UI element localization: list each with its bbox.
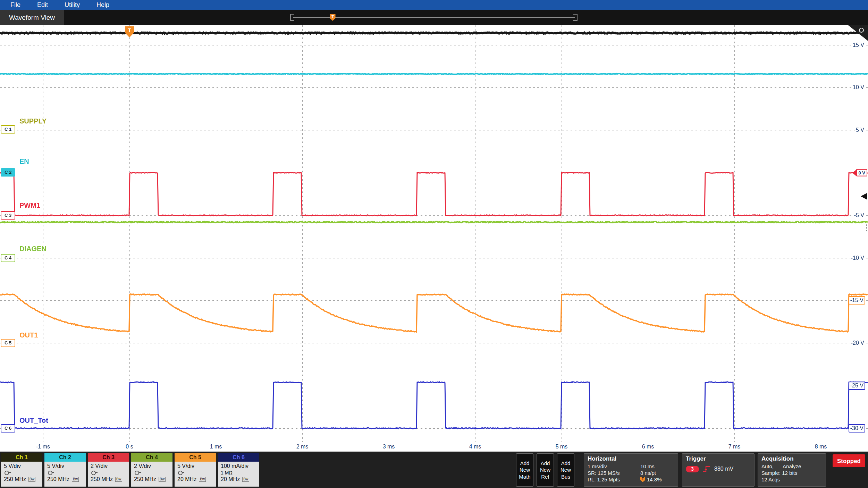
bandwidth-limit-chip: Bw	[115, 477, 122, 482]
trigger-position-value: 14.8%	[647, 477, 662, 482]
x-axis-label-3: 2 ms	[296, 444, 309, 450]
channel-tag-c4[interactable]: C 4	[1, 254, 15, 262]
sample-resolution: 8 ns/pt	[640, 470, 674, 476]
trigger-level-arrow-icon	[852, 170, 856, 176]
channel-bandwidth: 20 MHzBw	[221, 476, 256, 482]
acquisition-count: 12 Acqs	[761, 477, 822, 482]
channel-probe-row	[177, 469, 213, 476]
channel-probe-row	[134, 469, 170, 476]
channel-badge-body: 100 mA/div1 MΩ20 MHzBw	[218, 462, 259, 487]
waveform-display[interactable]	[0, 25, 868, 442]
channel-impedance: 1 MΩ	[221, 469, 256, 476]
y-axis-label-8: -30 V	[849, 424, 865, 433]
channel-bandwidth: 250 MHzBw	[91, 476, 126, 482]
channel-bandwidth: 20 MHzBw	[177, 476, 213, 482]
horizontal-settings-panel[interactable]: Horizontal 1 ms/div 10 ms SR: 125 MS/s 8…	[584, 453, 678, 487]
zoom-circle-icon	[859, 28, 864, 33]
minimap-trigger-marker-icon[interactable]: T	[330, 14, 336, 21]
rising-edge-icon	[702, 465, 711, 472]
horizontal-scale: 1 ms/div	[588, 463, 640, 469]
channel-bandwidth: 250 MHzBw	[134, 476, 170, 482]
channel-tag-c2[interactable]: C 2	[1, 168, 15, 177]
bandwidth-limit-chip: Bw	[159, 477, 166, 482]
channel-badge-ch1[interactable]: Ch 15 V/div250 MHzBw	[1, 453, 42, 487]
bandwidth-limit-chip: Bw	[199, 477, 206, 482]
channel-tag-c3[interactable]: C 3	[1, 211, 15, 220]
horizontal-position-minimap[interactable]: T	[290, 14, 578, 21]
channel-badge-ch2[interactable]: Ch 25 V/div250 MHzBw	[44, 453, 86, 487]
menu-item-edit[interactable]: Edit	[29, 1, 56, 9]
horizontal-window: 10 ms	[640, 463, 674, 469]
channel-tag-c6[interactable]: C 6	[1, 424, 15, 433]
bandwidth-value: 20 MHz	[177, 476, 196, 482]
bandwidth-limit-chip: Bw	[28, 477, 35, 482]
minimap-right-bracket	[573, 14, 578, 21]
channel-badge-body: 5 V/div250 MHzBw	[1, 462, 42, 487]
bandwidth-value: 20 MHz	[221, 476, 240, 482]
channel-probe-row	[47, 469, 83, 476]
y-axis-label-6: -20 V	[850, 340, 865, 346]
menu-item-utility[interactable]: Utility	[56, 1, 88, 9]
y-axis-label-0: 15 V	[852, 42, 865, 49]
trace-label-out_tot: OUT_Tot	[19, 417, 48, 425]
trace-label-en: EN	[19, 157, 29, 165]
tab-bar: Waveform View T	[0, 10, 868, 25]
channel-badge-label: Ch 2	[44, 453, 86, 462]
menu-item-file[interactable]: File	[2, 1, 29, 9]
sample-rate: SR: 125 MS/s	[588, 470, 640, 476]
channel-probe-row	[91, 469, 126, 476]
menu-item-help[interactable]: Help	[88, 1, 118, 9]
x-axis-label-8: 7 ms	[728, 444, 741, 450]
channel-badge-label: Ch 6	[218, 453, 259, 462]
channel-scale: 2 V/div	[91, 463, 126, 469]
record-length: RL: 1.25 Mpts	[588, 477, 640, 482]
channel-badge-ch4[interactable]: Ch 42 V/div250 MHzBw	[131, 453, 172, 487]
probe-icon	[48, 471, 52, 475]
channel-badge-body: 2 V/div250 MHzBw	[131, 462, 172, 487]
channel-badge-label: Ch 3	[88, 453, 129, 462]
tab-waveform-view[interactable]: Waveform View	[0, 10, 64, 25]
channel-scale: 5 V/div	[177, 463, 213, 469]
acquisition-mode: Auto,	[761, 463, 774, 469]
acquisition-settings-panel[interactable]: Acquisition Auto, Analyze Sample: 12 bit…	[758, 453, 826, 487]
x-axis-label-2: 1 ms	[210, 444, 222, 450]
ground-reference-arrow-icon[interactable]	[861, 193, 867, 200]
trigger-settings-panel[interactable]: Trigger 3 880 mV	[682, 453, 755, 487]
channel-badge-ch5[interactable]: Ch 55 V/div20 MHzBw	[175, 453, 216, 487]
y-axis-label-4: -10 V	[850, 255, 865, 262]
horizontal-values: 1 ms/div 10 ms SR: 125 MS/s 8 ns/pt RL: …	[588, 463, 674, 482]
trace-label-diagen: DIAGEN	[19, 245, 47, 253]
channel-badge-label: Ch 1	[1, 453, 42, 462]
channel-badge-ch3[interactable]: Ch 32 V/div250 MHzBw	[88, 453, 129, 487]
x-axis-label-5: 4 ms	[469, 444, 481, 450]
channel-tag-c1[interactable]: C 1	[1, 125, 15, 134]
channel-tag-c5[interactable]: C 5	[1, 339, 15, 347]
channel-badge-body: 5 V/div20 MHzBw	[175, 462, 216, 487]
add-new-math-button[interactable]: Add New Math	[516, 453, 533, 487]
trigger-panel-title: Trigger	[686, 455, 751, 462]
bandwidth-limit-chip: Bw	[72, 477, 79, 482]
y-axis-label-5: -15 V	[849, 296, 865, 305]
acquisition-analyze: Analyze	[783, 463, 801, 469]
channel-badge-ch6[interactable]: Ch 6100 mA/div1 MΩ20 MHzBw	[218, 453, 259, 487]
bandwidth-value: 250 MHz	[91, 476, 113, 482]
add-new-bus-button[interactable]: Add New Bus	[557, 453, 574, 487]
add-new-ref-button[interactable]: Add New Ref	[537, 453, 554, 487]
drag-handle-dots-icon[interactable]	[866, 224, 867, 231]
x-axis-label-1: 0 s	[126, 444, 133, 450]
bandwidth-limit-chip: Bw	[242, 477, 249, 482]
time-axis: -1 ms0 s1 ms2 ms3 ms4 ms5 ms6 ms7 ms8 ms	[0, 442, 868, 452]
trigger-position-cell: T 14.8%	[640, 477, 674, 482]
run-stop-status-button[interactable]: Stopped	[833, 454, 865, 467]
horizontal-panel-title: Horizontal	[588, 455, 674, 462]
x-axis-label-4: 3 ms	[383, 444, 395, 450]
channel-scale: 2 V/div	[134, 463, 170, 469]
x-axis-label-0: -1 ms	[36, 444, 50, 450]
trigger-level-marker[interactable]: 0 V	[852, 169, 867, 177]
y-axis-label-2: 5 V	[855, 127, 865, 134]
acquisition-mode-row: Auto, Analyze	[761, 463, 822, 469]
channel-scale: 5 V/div	[47, 463, 83, 469]
bandwidth-value: 250 MHz	[134, 476, 156, 482]
channel-badge-label: Ch 4	[131, 453, 172, 462]
zoom-corner-handle-icon[interactable]	[848, 25, 868, 41]
